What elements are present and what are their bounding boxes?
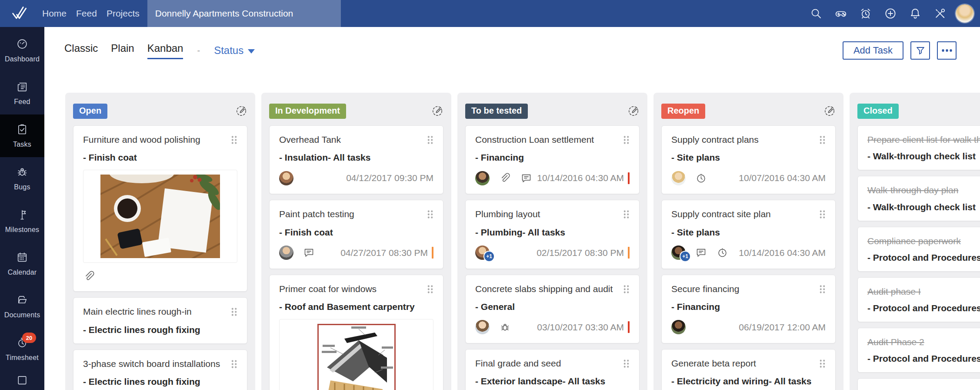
comments-icon[interactable] [303,247,315,259]
reminders-clock-icon[interactable] [853,0,878,27]
edit-status-icon[interactable] [431,104,443,117]
view-tab-classic[interactable]: Classic [64,42,98,59]
extra-assignees-badge[interactable]: +1 [680,251,691,262]
task-card[interactable]: Prepare client list for walk thr - Walk-… [857,125,980,170]
add-new-icon[interactable] [878,0,903,27]
sidebar-item-partial[interactable] [0,370,44,390]
sidebar-item-timesheet[interactable]: 20 Timesheet [0,328,44,370]
zoho-projects-logo-icon[interactable] [10,5,30,22]
drag-handle-icon[interactable] [231,360,237,369]
task-card[interactable]: Primer coat for windows - Roof and Basem… [269,275,443,390]
task-card[interactable]: 3-phase switch board installations - Ele… [73,350,247,390]
task-card[interactable]: Main electric lines rough-in - Electric … [73,297,247,343]
task-title[interactable]: Construction Loan settlement [475,134,594,145]
assignee-avatar[interactable] [475,171,490,185]
drag-handle-icon[interactable] [623,135,630,145]
status-badge[interactable]: To be tested [465,104,528,119]
notifications-bell-icon[interactable] [903,0,927,27]
task-title[interactable]: Final grade and seed [475,358,561,369]
edit-status-icon[interactable] [235,104,247,117]
task-card[interactable]: Construction Loan settlement - Financing… [465,125,640,194]
drag-handle-icon[interactable] [623,285,630,294]
view-tab-plain[interactable]: Plain [111,42,134,59]
extra-assignees-badge[interactable]: +1 [483,251,495,262]
task-title[interactable]: Supply contract site plan [671,208,771,220]
attachment-row[interactable] [83,270,237,283]
task-card[interactable]: Secure financing - Financing 06/19/2017 … [661,275,836,343]
group-by-dropdown[interactable]: Status [214,44,255,57]
drag-handle-icon[interactable] [231,135,237,145]
task-card[interactable]: Overhead Tank - Insulation- All tasks 04… [269,125,443,194]
assignee-avatar[interactable] [475,320,490,334]
view-tab-kanban[interactable]: Kanban [147,42,183,59]
assignee-avatar[interactable] [279,245,293,260]
task-card[interactable]: Audit phase I - Protocol and Procedures [857,277,980,322]
task-card[interactable]: Walk-through day plan - Walk-through che… [857,176,980,221]
task-title[interactable]: Prepare client list for walk thr [867,134,980,145]
task-card[interactable]: Audit Phase 2 - Protocol and Procedures [857,328,980,373]
drag-handle-icon[interactable] [819,359,826,368]
search-icon[interactable] [803,0,828,27]
drag-handle-icon[interactable] [623,210,630,219]
more-options-button[interactable] [937,41,957,60]
nav-item-home[interactable]: Home [37,0,71,27]
assignee-avatar[interactable]: +1 [475,245,490,260]
task-title[interactable]: Paint patch testing [279,208,354,220]
status-badge[interactable]: In Development [269,104,346,119]
attachment-icon[interactable] [499,172,511,184]
status-badge[interactable]: Closed [857,104,899,119]
sidebar-item-milestones[interactable]: Milestones [0,200,44,242]
timer-icon[interactable] [695,172,707,184]
task-card[interactable]: Generate beta report - Electricity and w… [661,349,836,390]
status-badge[interactable]: Reopen [661,104,705,119]
add-task-button[interactable]: Add Task [843,41,903,60]
task-title[interactable]: Walk-through day plan [867,185,958,196]
comments-icon[interactable] [695,247,707,259]
task-title[interactable]: Furniture and wood polishing [83,134,200,145]
task-image-frame[interactable] [279,319,433,390]
comments-icon[interactable] [520,172,532,184]
assignee-avatar[interactable] [671,171,686,185]
task-title[interactable]: Audit phase I [867,286,921,297]
edit-status-icon[interactable] [627,104,640,117]
task-title[interactable]: Primer coat for windows [279,283,377,295]
games-icon[interactable] [828,0,853,27]
nav-item-projects[interactable]: Projects [102,0,144,27]
assignee-avatar[interactable]: +1 [671,245,686,260]
filter-button[interactable] [910,41,930,60]
task-card[interactable] [857,378,980,390]
sidebar-item-bugs[interactable]: Bugs [0,157,44,200]
edit-status-icon[interactable] [823,104,836,117]
task-title[interactable]: Audit Phase 2 [867,336,924,348]
drag-handle-icon[interactable] [427,135,433,145]
task-card[interactable]: Concrete slabs shipping and audit - Gene… [465,275,640,343]
drag-handle-icon[interactable] [427,210,433,219]
task-title[interactable]: Main electric lines rough-in [83,306,192,317]
task-card[interactable]: Furniture and wood polishing - Finish co… [73,125,247,292]
sidebar-item-documents[interactable]: Documents [0,285,44,328]
setup-tools-icon[interactable] [927,0,952,27]
task-card[interactable]: Supply contract site plan - Site plans +… [661,200,836,269]
active-project-tab[interactable]: Donnelly Apartments Construction [147,0,341,27]
task-title[interactable]: Plumbing layout [475,208,540,220]
drag-handle-icon[interactable] [819,285,826,294]
task-card[interactable]: Final grade and seed - Exterior landscap… [465,349,640,390]
task-title[interactable]: Secure financing [671,283,739,295]
sidebar-item-dashboard[interactable]: Dashboard [0,29,44,72]
task-card[interactable]: Plumbing layout - Plumbing- All tasks +1… [465,200,640,269]
task-title[interactable]: 3-phase switch board installations [83,358,220,370]
task-title[interactable]: Overhead Tank [279,134,341,145]
user-avatar[interactable] [956,4,974,23]
sidebar-item-feed[interactable]: Feed [0,72,44,114]
assignee-avatar[interactable] [279,171,293,185]
task-card[interactable]: Compliance paperwork - Protocol and Proc… [857,227,980,272]
timer-icon[interactable] [717,247,728,259]
task-image-frame[interactable] [83,170,237,263]
drag-handle-icon[interactable] [427,285,433,294]
sidebar-item-tasks[interactable]: Tasks [0,114,44,157]
task-title[interactable]: Supply contract plans [671,134,759,145]
drag-handle-icon[interactable] [231,307,237,316]
drag-handle-icon[interactable] [819,210,826,219]
task-card[interactable]: Supply contract plans - Site plans 10/07… [661,125,836,194]
task-title[interactable]: Concrete slabs shipping and audit [475,283,613,295]
